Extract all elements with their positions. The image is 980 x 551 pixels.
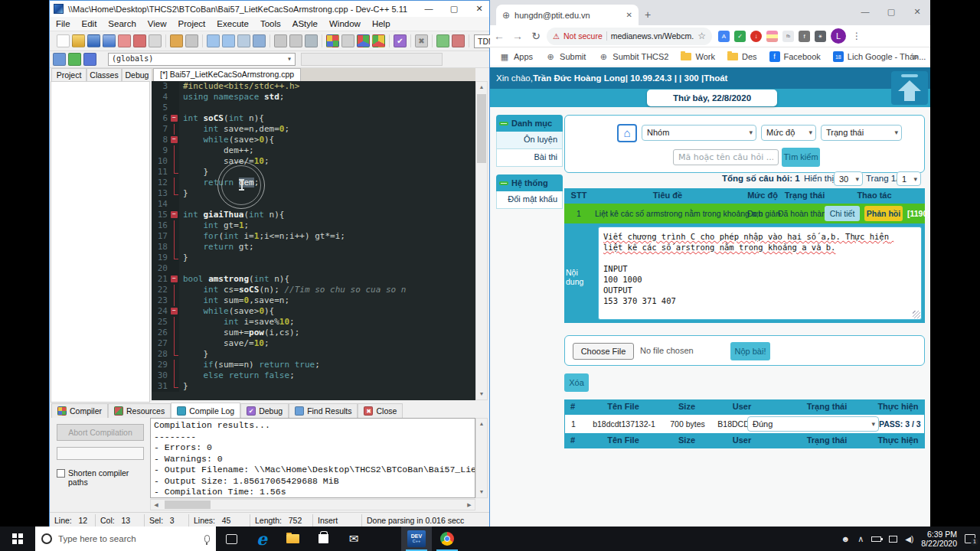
- menu-help[interactable]: Help: [372, 19, 390, 28]
- question-search-input[interactable]: [673, 149, 779, 165]
- level-select[interactable]: Mức độ: [761, 125, 816, 141]
- menu-project[interactable]: Project: [178, 19, 206, 28]
- dock-tab-close[interactable]: Close: [358, 403, 403, 418]
- idm-extension-icon[interactable]: [750, 31, 762, 42]
- shorten-paths-checkbox[interactable]: [57, 469, 65, 478]
- run-icon[interactable]: [341, 34, 354, 47]
- bookmark-lich-google-th-n-[interactable]: Lich Google - Thán...: [833, 51, 926, 62]
- menu-tools[interactable]: Tools: [260, 19, 281, 28]
- question-content-textarea[interactable]: Viết chương trình C cho phép nhập vào ha…: [598, 227, 922, 320]
- scroll-down-icon[interactable]: ▼: [476, 487, 487, 497]
- dock-tab-find-results[interactable]: Find Results: [289, 403, 358, 418]
- sidebar-item-baithi[interactable]: Bài thi: [496, 149, 563, 167]
- shield-icon[interactable]: [305, 34, 318, 47]
- find-icon[interactable]: [207, 34, 220, 47]
- chrome-menu-icon[interactable]: ⋮: [852, 31, 861, 41]
- open-icon[interactable]: [72, 34, 85, 47]
- bookmark-des[interactable]: Des: [727, 52, 757, 61]
- bookmark-work[interactable]: Work: [681, 52, 714, 61]
- taskbar-clock[interactable]: 6:39 PM 8/22/2020: [921, 530, 957, 548]
- menu-view[interactable]: View: [148, 19, 167, 28]
- menu-edit[interactable]: Edit: [82, 19, 97, 28]
- puzzle-extension-icon[interactable]: [815, 31, 826, 42]
- replace-icon[interactable]: [253, 34, 266, 47]
- maximize-icon[interactable]: ▢: [443, 1, 466, 17]
- print-icon[interactable]: [149, 34, 162, 47]
- profile-icon[interactable]: [436, 34, 449, 47]
- forward-icon[interactable]: →: [508, 30, 527, 42]
- scroll-top-button[interactable]: [891, 71, 928, 105]
- store-button[interactable]: [308, 527, 338, 551]
- dock-tab-compiler[interactable]: Compiler: [51, 403, 108, 418]
- bookmark-apps[interactable]: Apps: [499, 51, 533, 62]
- goto-icon[interactable]: [237, 34, 250, 47]
- new-icon[interactable]: [57, 34, 70, 47]
- submit-button[interactable]: Nộp bài!: [730, 342, 770, 360]
- people-icon[interactable]: ☻: [841, 534, 851, 543]
- log-scrollbar[interactable]: ▲ ▼: [475, 418, 488, 498]
- close-icon[interactable]: ✕: [468, 1, 491, 17]
- watch-icon[interactable]: [83, 53, 96, 66]
- redo-icon[interactable]: [185, 34, 198, 47]
- microphone-icon[interactable]: [204, 535, 210, 543]
- menu-search[interactable]: Search: [108, 19, 136, 28]
- save-icon[interactable]: [87, 34, 100, 47]
- minimize-icon[interactable]: —: [852, 0, 878, 23]
- forward-icon[interactable]: [289, 34, 302, 47]
- log-hscrollbar[interactable]: ◀ ▶: [150, 499, 475, 510]
- editor-scrollbar[interactable]: ▲ ▼: [475, 81, 488, 400]
- sidebar-item-onluyen[interactable]: Ôn luyện: [496, 132, 563, 149]
- status-select[interactable]: Trạng thái: [821, 125, 902, 141]
- scroll-left-icon[interactable]: ◀: [151, 500, 162, 510]
- network-icon[interactable]: [889, 536, 897, 543]
- hidden-icons-chevron[interactable]: ∧: [858, 534, 864, 544]
- menu-execute[interactable]: Execute: [217, 19, 249, 28]
- closeall-icon[interactable]: [133, 34, 146, 47]
- detail-button[interactable]: Chi tiết: [825, 206, 860, 221]
- stop-icon[interactable]: [415, 34, 428, 47]
- file-explorer-button[interactable]: [277, 527, 308, 551]
- mail-button[interactable]: ✉: [338, 527, 369, 551]
- resize-handle[interactable]: [913, 311, 920, 318]
- notification-icon[interactable]: 1: [965, 534, 975, 543]
- choose-file-button[interactable]: Choose File: [573, 343, 634, 360]
- taskbar-search[interactable]: Type here to search: [35, 527, 216, 551]
- code-editor[interactable]: 3#include<bits/stdc++.h>4using namespace…: [152, 81, 475, 400]
- scroll-down-icon[interactable]: ▼: [476, 389, 487, 399]
- chrome-taskbar-button[interactable]: [432, 527, 462, 551]
- shorten-paths-row[interactable]: Shorten compiler paths: [57, 468, 147, 487]
- menu-astyle[interactable]: AStyle: [292, 19, 318, 28]
- dock-tab-compile-log[interactable]: Compile Log: [171, 403, 240, 418]
- delete-button[interactable]: Xóa: [564, 373, 589, 392]
- devcpp-taskbar-button[interactable]: DEVC++: [401, 527, 432, 551]
- findnext-icon[interactable]: [222, 34, 235, 47]
- devcpp-titlebar[interactable]: \\Mac\Home\Desktop\THCS2\BTCoBan\Bai57_L…: [50, 1, 489, 17]
- tab-close-icon[interactable]: ✕: [626, 11, 632, 19]
- fbgray-extension-icon[interactable]: [782, 31, 794, 42]
- editor-tab[interactable]: [*] Bai57_LietKeCacSoArmstrong.cpp: [153, 68, 301, 81]
- start-button[interactable]: [0, 527, 35, 551]
- maximize-icon[interactable]: ▢: [878, 0, 904, 23]
- bookmark-sumbit-thcs2[interactable]: Sumbit THCS2: [598, 51, 668, 62]
- translate-extension-icon[interactable]: [718, 31, 730, 42]
- compile-icon[interactable]: [326, 34, 339, 47]
- check-icon[interactable]: [394, 34, 407, 47]
- stepover-icon[interactable]: [68, 53, 81, 66]
- globals-combo[interactable]: (globals): [108, 53, 296, 66]
- scrollbar-thumb[interactable]: [477, 94, 486, 163]
- new-tab-icon[interactable]: +: [645, 8, 651, 21]
- not-secure-icon[interactable]: ⚠: [553, 32, 560, 41]
- page-select[interactable]: 1: [897, 171, 921, 186]
- browser-tab[interactable]: ⊕ hungdn@ptit.edu.vn ✕: [496, 5, 639, 25]
- home-icon[interactable]: ⌂: [617, 124, 637, 142]
- question-row[interactable]: 1 Liệt kê các số armstrong nằm trong kho…: [564, 204, 925, 223]
- hscrollbar-thumb[interactable]: [165, 500, 211, 509]
- profile-avatar[interactable]: L: [831, 28, 846, 44]
- bookmark-facebook[interactable]: Facebook: [769, 51, 821, 62]
- bookmarks-overflow-icon[interactable]: »: [913, 51, 918, 62]
- back-icon[interactable]: [274, 34, 287, 47]
- tab-debug[interactable]: Debug: [122, 68, 152, 81]
- sidebar-item-doimatkhau[interactable]: Đổi mật khẩu: [496, 191, 563, 209]
- saveall-icon[interactable]: [103, 34, 116, 47]
- tab-classes[interactable]: Classes: [87, 68, 122, 81]
